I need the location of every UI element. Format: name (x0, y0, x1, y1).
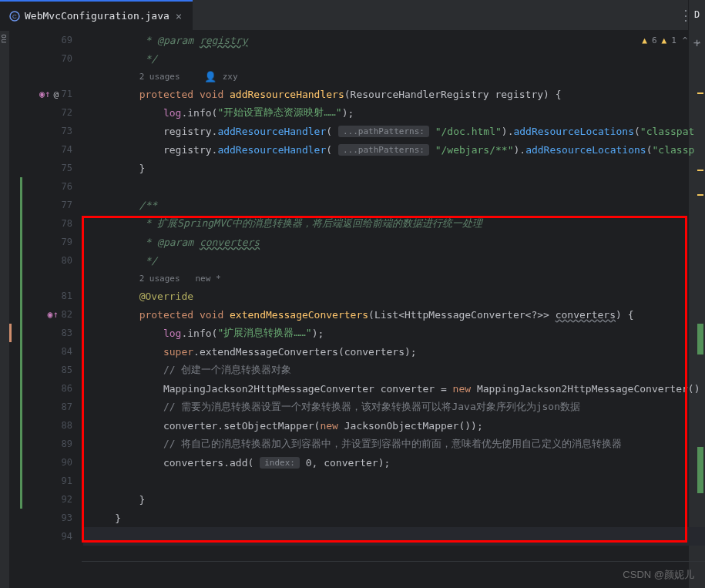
line-number: 72 (62, 107, 72, 118)
line-number: 94 (62, 531, 72, 542)
line-number: 69 (62, 35, 72, 45)
code-text: .extendMessageConverters(converters); (193, 346, 417, 358)
code-text: (ResourceHandlerRegistry registry) { (344, 89, 562, 100)
line-number: 89 (62, 438, 72, 449)
gutter: 69 70 ◉↑@71 72 73 74 75 76 77 78 79 80 8… (9, 31, 83, 588)
code-text: converters (556, 309, 616, 321)
param-hint: index: (260, 457, 300, 469)
code-text: "classp (653, 144, 695, 156)
code-text: addResourceHandlers (230, 89, 344, 100)
code-text: ); (312, 328, 324, 339)
code-text: registry. (91, 126, 217, 137)
code-text: addResourceHandler (217, 126, 326, 137)
line-number: 81 (62, 291, 72, 301)
right-panel-label[interactable]: D (689, 9, 705, 20)
code-text: void (200, 309, 223, 321)
code-text: extendMessageConverters (230, 309, 368, 321)
warning-icon[interactable]: ▲ (642, 35, 647, 45)
code-text: ( (326, 144, 338, 156)
override-icon[interactable]: ◉↑ (39, 89, 50, 99)
code-text: MappingJackson2HttpMessageConverter conv… (91, 383, 453, 395)
code-text: protected (139, 89, 193, 100)
code-content[interactable]: ▲6 ▲1 ^ ⌄ * @param registry */ 2 usages … (83, 31, 705, 588)
code-text: converters.add( (91, 457, 260, 469)
line-number: 80 (62, 255, 72, 266)
inspection-bar: ▲6 ▲1 ^ ⌄ (642, 35, 702, 45)
code-text: } (91, 512, 121, 524)
code-text: ); (342, 107, 354, 119)
code-text: "扩展消息转换器……" (217, 326, 311, 340)
code-text: // 创建一个消息转换器对象 (91, 363, 291, 377)
chevron-up-icon[interactable]: ^ (681, 35, 690, 45)
line-number: 73 (62, 126, 72, 136)
line-number: 76 (62, 181, 72, 192)
line-number: 93 (62, 512, 72, 523)
code-text: ( (634, 126, 640, 137)
svg-text:C: C (12, 13, 17, 20)
author-icon: 👤 (204, 71, 223, 82)
usages-hint[interactable]: 2 usages new * (139, 274, 221, 284)
author-hint[interactable]: zxy (223, 72, 238, 82)
code-text: log (163, 328, 181, 339)
line-number: 86 (62, 383, 72, 394)
line-number: 91 (62, 475, 72, 486)
tab-bar: C WebMvcConfiguration.java × ⋮ (0, 0, 705, 31)
close-icon[interactable]: × (174, 8, 183, 24)
line-number: 71 (62, 89, 72, 99)
chevron-down-icon[interactable]: ⌄ (693, 35, 702, 45)
line-number: 78 (62, 218, 72, 229)
code-text: protected (139, 309, 193, 321)
class-file-icon: C (9, 11, 20, 22)
code-text: registry (200, 35, 248, 46)
line-number: 74 (62, 144, 72, 155)
code-text: ). (502, 126, 514, 137)
watermark: CSDN @颜妮儿 (623, 568, 694, 582)
editor-tab[interactable]: C WebMvcConfiguration.java × (0, 0, 193, 30)
code-text: super (163, 346, 193, 358)
line-number: 83 (62, 328, 72, 338)
code-text: new (453, 383, 471, 395)
warning-icon[interactable]: ▲ (662, 35, 667, 45)
breakpoint-strip[interactable] (9, 324, 12, 342)
line-number: 90 (62, 457, 72, 468)
code-text: addResourceLocations (513, 126, 634, 137)
param-hint: ...pathPatterns: (338, 126, 429, 137)
override-icon[interactable]: ◉↑ (48, 309, 59, 320)
line-number: 84 (62, 346, 72, 357)
line-number: 82 (62, 309, 72, 320)
code-text: addResourceHandler (217, 144, 326, 156)
code-text: 0 (300, 457, 312, 469)
warn-count-2: 1 (671, 35, 676, 45)
minimap[interactable] (696, 31, 703, 588)
code-text: , converter); (312, 457, 391, 469)
vcs-marker[interactable] (20, 177, 22, 196)
code-text: ( (326, 126, 338, 137)
editor: ou 69 70 ◉↑@71 72 73 74 75 76 77 78 79 8… (0, 31, 705, 588)
line-number: 85 (62, 365, 72, 375)
code-text: /** (91, 200, 157, 211)
code-text: @Override (139, 291, 193, 302)
code-text: ( (646, 144, 653, 156)
code-text: */ (91, 255, 157, 267)
code-text: ) { (616, 309, 633, 321)
code-text: "classpat (640, 126, 694, 137)
usages-hint[interactable]: 2 usages (139, 72, 180, 82)
code-text: * @param (91, 237, 200, 248)
code-text: // 将自己的消息转换器加入到容器中，并设置到容器中的前面，意味着优先使用自己定… (91, 437, 622, 451)
left-tool-strip[interactable]: ou (0, 31, 9, 588)
line-number: 75 (62, 163, 72, 173)
line-number: 70 (62, 53, 72, 64)
code-text: MappingJackson2HttpMessageConverter() (471, 383, 700, 395)
warn-count-1: 6 (652, 35, 657, 45)
code-text: } (91, 494, 145, 506)
code-text: .info( (181, 328, 217, 339)
code-text: ). (513, 144, 525, 156)
code-text: .info( (181, 107, 217, 119)
line-number: 88 (62, 420, 72, 431)
code-text: converters (200, 237, 260, 248)
code-text: addResourceLocations (525, 144, 646, 156)
code-text: "开始设置静态资源映射……" (217, 106, 341, 119)
code-text: void (200, 89, 223, 100)
line-number: 77 (62, 200, 72, 210)
line-number: 87 (62, 402, 72, 412)
